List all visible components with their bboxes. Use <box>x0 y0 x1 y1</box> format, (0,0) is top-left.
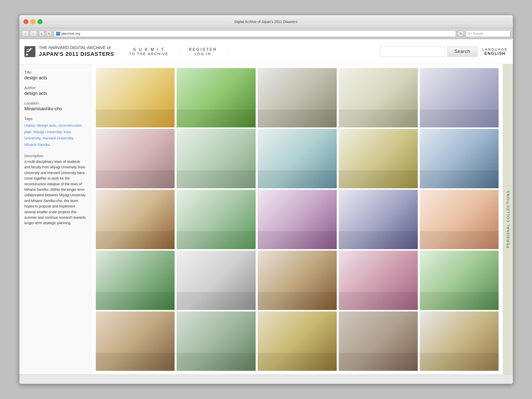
gallery-item[interactable] <box>339 190 418 249</box>
nav-submit-top: S U B M I T <box>129 47 169 52</box>
search-input[interactable] <box>380 47 445 57</box>
title-bar: Digital Archive of Japan's 2011 Disaster… <box>19 15 513 28</box>
desc-label: Description: <box>24 154 87 158</box>
personal-collections-label: PERSONAL COLLECTIONS <box>506 190 510 248</box>
language-top: LANGUAGE <box>482 47 508 51</box>
gallery-item[interactable] <box>96 129 175 188</box>
author-label: Author: <box>24 86 87 90</box>
traffic-lights <box>23 19 42 24</box>
add-tab-button[interactable]: + <box>39 31 44 36</box>
nav-links: S U B M I T TO THE ARCHIVE REGISTER LOG-… <box>119 47 380 56</box>
gallery-item[interactable] <box>96 190 175 249</box>
gallery-item[interactable] <box>420 129 499 188</box>
url-favicon <box>56 32 60 36</box>
main-content: Title: design acts Author: design acts L… <box>19 64 513 374</box>
google-search-box[interactable]: Q+ Google <box>465 30 510 37</box>
nav-register[interactable]: REGISTER LOG-IN <box>179 47 227 56</box>
nav-register-bottom: LOG-IN <box>189 52 217 56</box>
gallery-item[interactable] <box>96 251 175 310</box>
nav-register-top: REGISTER <box>189 47 217 52</box>
title-label: Title: <box>24 70 87 74</box>
author-value: design acts <box>24 91 87 96</box>
location-value: Minamisanriku-cho <box>24 106 87 111</box>
nav-buttons: ‹ › <box>22 31 37 37</box>
site-title-bottom: JAPAN'S 2011 DISASTERS <box>39 51 114 58</box>
back-button[interactable]: ‹ <box>22 31 29 37</box>
gallery-item[interactable] <box>177 129 256 188</box>
gallery-item[interactable] <box>258 129 337 188</box>
gallery-item[interactable] <box>177 68 256 127</box>
gallery-item[interactable] <box>96 311 175 371</box>
search-area: Search <box>380 47 477 57</box>
title-value: design acts <box>24 75 87 81</box>
address-bar: ‹ › + ↻ jdarchive.org ↻ Q+ Google <box>19 28 513 39</box>
personal-collections-panel[interactable]: PERSONAL COLLECTIONS <box>503 64 513 374</box>
tags-label: Tags: <box>24 116 87 121</box>
google-placeholder: Q+ Google <box>468 32 483 35</box>
url-text: jdarchive.org <box>62 32 80 35</box>
gallery-item[interactable] <box>177 190 256 249</box>
gallery-item[interactable] <box>339 129 418 188</box>
app-header: THE HARVARD DIGITAL ARCHIVE of JAPAN'S 2… <box>19 39 513 64</box>
site-logo[interactable]: THE HARVARD DIGITAL ARCHIVE of JAPAN'S 2… <box>24 45 119 58</box>
gallery-item[interactable] <box>258 68 337 127</box>
tags-links: Utatsu, design acts, reconstruction plan… <box>24 122 87 148</box>
tags-text[interactable]: Utatsu, design acts, reconstruction plan… <box>24 123 82 147</box>
gallery-item[interactable] <box>339 311 418 371</box>
gallery-item[interactable] <box>420 68 499 127</box>
gallery-item[interactable] <box>420 251 499 310</box>
search-button[interactable]: Search <box>447 47 477 57</box>
nav-submit[interactable]: S U B M I T TO THE ARCHIVE <box>119 47 179 56</box>
sidebar: Title: design acts Author: design acts L… <box>19 64 92 374</box>
browser-window: Digital Archive of Japan's 2011 Disaster… <box>19 15 513 384</box>
footer <box>19 374 513 384</box>
minimize-button[interactable] <box>30 19 35 24</box>
gallery-item[interactable] <box>420 190 499 249</box>
site-title: THE HARVARD DIGITAL ARCHIVE of JAPAN'S 2… <box>39 45 114 58</box>
gallery-item[interactable] <box>177 311 256 371</box>
gallery-item[interactable] <box>258 251 337 310</box>
gallery-item[interactable] <box>339 68 418 127</box>
language-bottom: ENGLISH <box>482 51 508 56</box>
gallery-item[interactable] <box>420 311 499 371</box>
location-label: Location: <box>24 101 87 105</box>
gallery <box>92 64 503 374</box>
close-button[interactable] <box>23 19 28 24</box>
svg-point-0 <box>26 54 28 56</box>
gallery-item[interactable] <box>258 311 337 371</box>
gallery-item[interactable] <box>96 68 175 127</box>
refresh-button[interactable]: ↻ <box>46 31 52 36</box>
nav-submit-bottom: TO THE ARCHIVE <box>129 52 169 56</box>
gallery-item[interactable] <box>177 251 256 310</box>
rss-icon <box>24 46 35 57</box>
site-title-top: THE HARVARD DIGITAL ARCHIVE of <box>39 45 114 51</box>
forward-button[interactable]: › <box>30 31 37 37</box>
maximize-button[interactable] <box>37 19 42 24</box>
url-bar[interactable]: jdarchive.org <box>54 30 456 37</box>
desc-text: A multi-disciplinary team of students an… <box>24 159 87 226</box>
window-title: Digital Archive of Japan's 2011 Disaster… <box>234 20 298 24</box>
reload-button[interactable]: ↻ <box>458 31 463 36</box>
gallery-item[interactable] <box>258 190 337 249</box>
language-area[interactable]: LANGUAGE ENGLISH <box>482 47 508 56</box>
gallery-item[interactable] <box>339 251 418 310</box>
